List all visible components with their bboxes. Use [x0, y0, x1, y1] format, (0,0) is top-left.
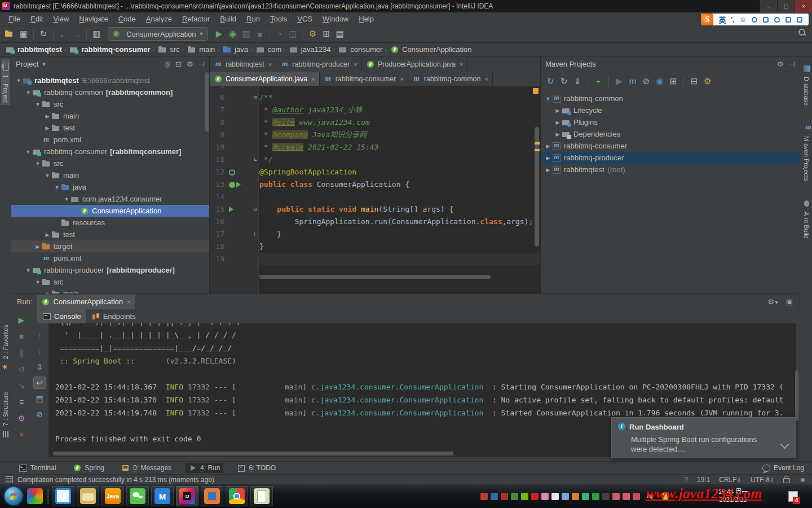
tree-arrow-icon[interactable]: ▼ — [53, 185, 61, 190]
menu-view[interactable]: View — [48, 15, 74, 23]
menu-vcs[interactable]: VCS — [292, 15, 317, 23]
ime-grid-icon[interactable] — [796, 16, 803, 23]
fold-marker[interactable]: ⊟ — [251, 91, 259, 104]
toolwindow-button-6-todo[interactable]: 6: TODO — [234, 463, 279, 473]
editor-tab-consumerapplication-java[interactable]: ConsumerApplication.java× — [210, 72, 320, 86]
fold-marker[interactable]: ∟ — [251, 154, 259, 166]
hide-icon[interactable]: ⊣ — [198, 60, 205, 68]
tree-arrow-icon[interactable]: ▼ — [24, 90, 32, 95]
editor-tab-rabbitmq-consumer[interactable]: rabbitmq-consumer× — [320, 72, 408, 86]
tray-icon-11[interactable] — [582, 493, 589, 500]
tray-icon-3[interactable] — [501, 493, 508, 500]
taskbar-app-chrome[interactable] — [226, 486, 248, 506]
close-icon[interactable]: × — [268, 61, 272, 68]
editor-tab-rabbitmq-producer[interactable]: rabbitmq-producer× — [276, 57, 362, 71]
column-mode-icon[interactable]: ▥ — [90, 27, 103, 41]
tree-node-test[interactable]: ▶test — [11, 122, 209, 134]
pause-button[interactable]: ∥ — [15, 347, 28, 359]
skip-tests-icon[interactable]: ⊘ — [640, 75, 652, 88]
tree-node-target[interactable]: ▶target — [11, 240, 209, 252]
download-sources-icon[interactable]: ⇓ — [571, 75, 584, 88]
tree-arrow-icon[interactable]: ▼ — [544, 96, 552, 102]
encoding-widget[interactable]: UTF-8⇕ — [751, 476, 774, 484]
attach-icon[interactable]: ◫ — [286, 27, 300, 41]
tree-node-rabbitmq-consumer[interactable]: ▼rabbitmq-consumer[rabbitmqconsumer] — [11, 146, 209, 157]
tree-arrow-icon[interactable]: ▶ — [554, 132, 562, 137]
sync-icon[interactable]: ↻ — [37, 27, 50, 41]
open-icon[interactable] — [3, 27, 17, 41]
toolwindow-button-spring[interactable]: Spring — [70, 463, 107, 473]
stripe-mark[interactable] — [535, 142, 540, 144]
tree-node-rabbitmq-common[interactable]: ▼rabbitmq-common[rabbitmqcommon] — [11, 86, 209, 98]
taskbar-app-java[interactable]: Java — [102, 486, 124, 506]
close-icon[interactable]: × — [485, 76, 488, 82]
tray-icon-10[interactable] — [572, 493, 579, 500]
hide-icon[interactable]: ⊣ — [789, 60, 795, 68]
menu-run[interactable]: Run — [241, 15, 265, 23]
locate-icon[interactable]: ◎ — [164, 60, 170, 68]
debug-icon[interactable]: ◉ — [226, 27, 240, 41]
close-icon[interactable]: × — [460, 61, 463, 68]
toolwindow-button-terminal[interactable]: Terminal — [16, 463, 59, 473]
stop-button[interactable]: ■ — [15, 330, 28, 343]
menu-code[interactable]: Code — [113, 15, 141, 23]
tray-icon-14[interactable] — [612, 493, 620, 500]
stop-icon[interactable]: ■ — [253, 27, 267, 41]
ime-language-toggle[interactable]: 英 — [716, 14, 728, 25]
tree-arrow-icon[interactable]: ▶ — [43, 125, 51, 131]
taskbar-app-wechat[interactable] — [126, 486, 149, 506]
run-icon[interactable]: ▶ — [213, 27, 226, 41]
tree-arrow-icon[interactable]: ▶ — [544, 143, 552, 149]
tree-arrow-icon[interactable]: ▶ — [544, 155, 552, 161]
tree-arrow-icon[interactable]: ▶ — [544, 167, 552, 173]
menu-refactor[interactable]: Refactor — [177, 15, 215, 23]
tree-node-src[interactable]: ▼src — [11, 276, 209, 288]
tool-stripe-1-project[interactable]: 1: Project — [1, 59, 10, 105]
project-structure-icon[interactable]: ⊞ — [320, 27, 333, 41]
tree-node-rabbitmqtest[interactable]: ▼rabbitmqtestE:\6666\rabbitmqtest — [11, 75, 209, 86]
taskbar-app-vm[interactable] — [201, 486, 223, 506]
tree-node-src[interactable]: ▼src — [11, 157, 209, 169]
tray-icon-5[interactable] — [521, 493, 528, 500]
coverage-icon[interactable]: ▨ — [240, 27, 253, 41]
close-button[interactable]: × — [795, 0, 812, 12]
print-button[interactable]: ▤ — [33, 392, 46, 405]
back-icon[interactable]: ← — [56, 27, 70, 41]
clear-button[interactable]: ⊘ — [33, 408, 46, 421]
tree-arrow-icon[interactable]: ▼ — [15, 78, 23, 84]
toolwindow-button-0-messages[interactable]: 0: Messages — [118, 463, 174, 473]
maven-settings-icon[interactable]: ◉ — [654, 75, 666, 88]
menu-tools[interactable]: Tools — [265, 15, 292, 23]
tree-node-lifecycle[interactable]: ▶Lifecycle — [541, 104, 800, 116]
run-line-icon[interactable] — [236, 182, 241, 187]
menu-file[interactable]: File — [3, 15, 25, 23]
tree-arrow-icon[interactable]: ▶ — [554, 120, 562, 125]
exit-button[interactable]: ↘ — [15, 379, 28, 392]
down-button[interactable]: ↓ — [33, 345, 46, 357]
show-list-button[interactable]: ≡ — [15, 396, 28, 408]
ime-keyboard-icon[interactable] — [762, 16, 769, 23]
toolwindow-button-4-run[interactable]: 4: Run — [186, 463, 223, 473]
tool-stripe-7-structure[interactable]: 7: Structure — [1, 389, 10, 442]
scroll-end-button[interactable]: ⇩ — [33, 361, 46, 373]
minimize-button[interactable]: – — [760, 0, 777, 12]
run-view-tab-console[interactable]: Console — [37, 309, 86, 323]
show-dependencies-icon[interactable]: ⊞ — [667, 75, 679, 88]
editor-tab-producerapplication-java[interactable]: ProducerApplication.java× — [362, 57, 468, 71]
maximize-button[interactable]: □ — [777, 0, 795, 12]
ime-user-icon[interactable] — [774, 16, 780, 23]
settings-gear-icon[interactable]: ⚙ — [701, 75, 714, 88]
help-icon[interactable]: ? — [684, 476, 688, 484]
tree-node-rabbitmq-producer[interactable]: ▼rabbitmq-producer[rabbitmqproducer] — [11, 264, 209, 276]
restore-button[interactable]: ↺ — [15, 363, 28, 375]
forward-icon[interactable]: → — [70, 27, 83, 41]
tree-node-test[interactable]: ▶test — [11, 229, 209, 240]
rerun-button[interactable]: ▶ — [15, 314, 28, 326]
close-icon[interactable]: × — [311, 76, 315, 82]
search-db-icon[interactable]: ▤ — [333, 27, 347, 41]
run-dashboard-notification[interactable]: Run Dashboard Multiple Spring Boot run c… — [611, 417, 796, 458]
ime-mic-icon[interactable] — [751, 16, 758, 23]
line-separator-widget[interactable]: CRLF⇕ — [719, 476, 742, 484]
tray-icon-13[interactable] — [602, 493, 610, 500]
close-icon[interactable]: × — [354, 61, 357, 68]
